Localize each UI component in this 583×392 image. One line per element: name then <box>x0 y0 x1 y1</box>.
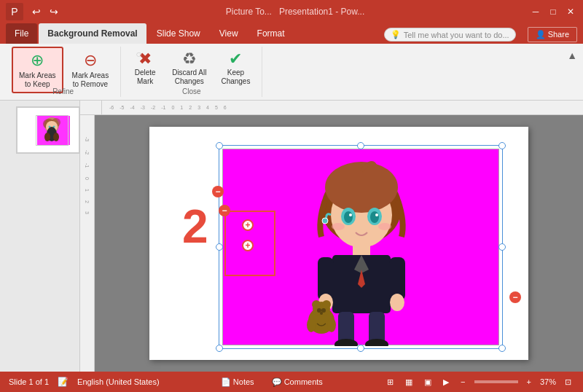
handle-bottom-left[interactable] <box>216 345 223 352</box>
number-label: 2 <box>182 200 208 254</box>
tab-file[interactable]: File <box>6 23 37 44</box>
svg-point-33 <box>317 308 321 313</box>
ruler-tick-v: -3 <box>85 137 90 141</box>
ruler-ticks-h: -6 -5 -4 -3 -2 -1 0 1 2 3 4 5 6 <box>102 101 583 114</box>
quick-access-toolbar: ↩ ↪ <box>29 4 61 19</box>
notes-icon-btn: 📄 <box>221 377 231 386</box>
ribbon-group-refine: ⊕ Mark Areas to Keep ⊖ Mark Areas to Rem… <box>6 47 121 97</box>
svg-rect-21 <box>353 246 370 256</box>
svg-point-7 <box>44 133 50 141</box>
slide-canvas: 2 − − <box>95 115 583 372</box>
keep-changes-button[interactable]: ✔ Keep Changes <box>215 47 256 89</box>
share-button[interactable]: 👤 Share <box>528 27 577 42</box>
notes-button[interactable]: 📄 Notes <box>218 376 257 388</box>
mark-areas-remove-button[interactable]: ⊖ Mark Areas to Remove <box>66 48 115 92</box>
ribbon-collapse-button[interactable]: ▲ <box>567 50 577 61</box>
svg-point-8 <box>53 133 59 141</box>
ruler-ticks-v: -3 -2 -1 0 1 2 3 <box>80 115 94 214</box>
tab-view[interactable]: View <box>211 23 247 44</box>
handle-top-right[interactable] <box>498 142 506 149</box>
fit-slide-button[interactable]: ⊡ <box>562 376 574 388</box>
language-label: English (United States) <box>77 377 160 386</box>
horizontal-ruler: -6 -5 -4 -3 -2 -1 0 1 2 3 4 5 6 <box>102 101 583 115</box>
slide-image <box>222 149 499 345</box>
main-area: 1 <box>0 101 583 372</box>
tell-me-text: Tell me what you want to do... <box>404 31 509 39</box>
slide-thumb-inner <box>19 109 77 152</box>
close-group-label: Close <box>182 87 201 95</box>
slide-panel: 1 <box>0 101 80 372</box>
ruler-tick-v: 1 <box>85 189 90 192</box>
close-button[interactable]: ✕ <box>564 5 577 18</box>
comments-button[interactable]: 💬 Comments <box>269 376 326 388</box>
view-slide-button[interactable]: ▦ <box>402 376 415 388</box>
svg-point-17 <box>375 213 378 216</box>
mark-remove-label: Mark Areas to Remove <box>72 71 109 89</box>
svg-point-31 <box>312 300 321 309</box>
thumb-content <box>23 111 74 149</box>
comments-icon: 💬 <box>272 377 282 386</box>
tab-format[interactable]: Format <box>249 23 294 44</box>
title-bar-left: P ↩ ↪ <box>6 3 61 20</box>
lightbulb-icon: 💡 <box>391 30 401 39</box>
slide-thumbnail[interactable] <box>16 106 80 154</box>
ruler-tick: 5 <box>215 105 218 110</box>
slideshow-button[interactable]: ▶ <box>440 376 452 388</box>
svg-point-16 <box>349 213 352 216</box>
undo-button[interactable]: ↩ <box>29 4 44 19</box>
ruler-tick: -4 <box>130 105 134 110</box>
person-icon: 👤 <box>536 30 546 39</box>
svg-point-37 <box>327 318 336 332</box>
mark-keep-icon: ⊕ <box>31 51 44 70</box>
svg-point-32 <box>322 300 331 309</box>
keep-changes-icon: ✔ <box>229 50 242 68</box>
ruler-tick: 0 <box>171 105 174 110</box>
character-svg <box>223 149 500 346</box>
ribbon-group-close: ✖○ Delete Mark ♻ Discard All Changes ✔ K… <box>121 47 262 97</box>
notes-icon: 📝 <box>58 377 69 387</box>
delete-mark-button[interactable]: ✖○ Delete Mark <box>127 47 163 89</box>
view-normal-button[interactable]: ⊞ <box>384 376 396 388</box>
slide-list: 1 <box>3 106 77 154</box>
tab-slide-show[interactable]: Slide Show <box>148 23 209 44</box>
comments-label: Comments <box>284 377 323 386</box>
zoom-out-button[interactable]: − <box>458 376 468 388</box>
svg-point-15 <box>370 211 379 223</box>
svg-point-18 <box>332 223 345 230</box>
ribbon-toolbar: ⊕ Mark Areas to Keep ⊖ Mark Areas to Rem… <box>0 44 583 101</box>
maximize-button[interactable]: □ <box>547 5 560 18</box>
slide-info: Slide 1 of 1 <box>9 377 49 386</box>
zoom-slider[interactable] <box>474 380 518 383</box>
ruler-tick-v: -1 <box>85 163 90 168</box>
ruler-tick-v: 3 <box>85 211 90 214</box>
delete-mark-icon: ✖○ <box>138 50 152 68</box>
slide-page[interactable]: 2 − − <box>149 127 528 360</box>
svg-point-20 <box>322 218 328 224</box>
ruler-tick: -5 <box>120 105 124 110</box>
tell-me-input[interactable]: 💡 Tell me what you want to do... <box>384 28 516 42</box>
discard-all-button[interactable]: ♻ Discard All Changes <box>166 47 212 89</box>
svg-point-28 <box>390 294 404 311</box>
window-controls: ─ □ ✕ <box>529 5 577 18</box>
ruler-tick: 3 <box>197 105 200 110</box>
minimize-button[interactable]: ─ <box>529 5 542 18</box>
status-left: Slide 1 of 1 📝 English (United States) <box>9 377 160 387</box>
view-reading-button[interactable]: ▣ <box>421 376 434 388</box>
thumb-char-svg <box>36 115 69 146</box>
zoom-in-button[interactable]: + <box>524 376 534 388</box>
app-name: Presentation1 - Pow... <box>279 7 364 17</box>
status-right: ⊞ ▦ ▣ ▶ − + 37% ⊡ <box>384 376 574 388</box>
mark-areas-keep-button[interactable]: ⊕ Mark Areas to Keep <box>12 47 63 93</box>
svg-point-35 <box>320 312 323 315</box>
svg-point-34 <box>321 308 326 313</box>
ruler-tick: 1 <box>180 105 183 110</box>
tab-background-removal[interactable]: Background Removal <box>39 23 146 44</box>
svg-point-40 <box>334 339 358 346</box>
redo-button[interactable]: ↪ <box>47 4 61 19</box>
ruler-tick: -6 <box>109 105 114 110</box>
notes-label: Notes <box>233 377 254 386</box>
delete-mark-label: Delete Mark <box>135 68 156 86</box>
canvas-area: -6 -5 -4 -3 -2 -1 0 1 2 3 4 5 6 -3 -2 -1… <box>80 101 583 372</box>
ruler-tick: 4 <box>206 105 209 110</box>
refine-group-label: Refine <box>52 87 74 95</box>
